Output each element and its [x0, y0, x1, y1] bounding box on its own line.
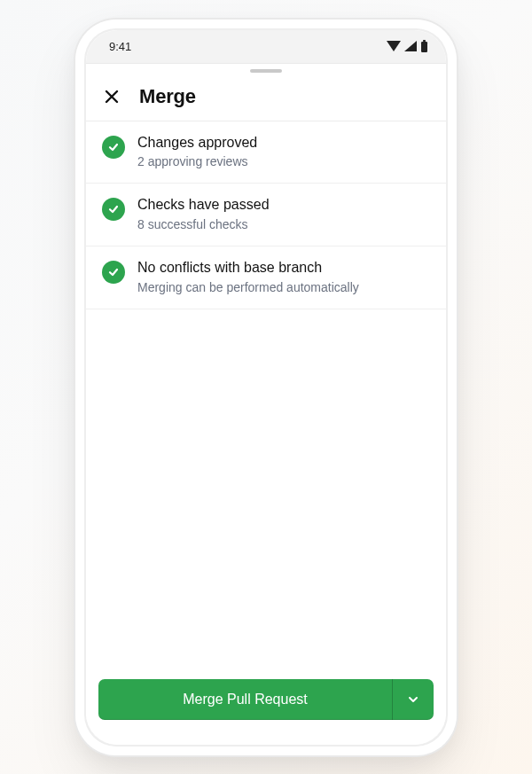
merge-status-list: Changes approved 2 approving reviews Che…	[86, 121, 446, 309]
merge-button-label: Merge Pull Request	[183, 692, 308, 708]
screen: 9:41 Merge Changes approved	[86, 30, 446, 745]
sheet-grabber-area[interactable]	[86, 64, 446, 78]
status-subtitle: Merging can be performed automatically	[137, 279, 430, 296]
status-row-approved[interactable]: Changes approved 2 approving reviews	[86, 121, 446, 184]
sheet-grabber	[250, 69, 282, 73]
close-icon	[104, 89, 120, 105]
status-text: Changes approved 2 approving reviews	[137, 134, 430, 171]
page-title: Merge	[139, 85, 196, 108]
status-icons	[387, 40, 428, 52]
check-circle-icon	[102, 136, 125, 159]
check-circle-icon	[102, 261, 125, 284]
svg-rect-0	[421, 42, 427, 52]
status-bar: 9:41	[86, 30, 446, 64]
svg-rect-1	[423, 40, 426, 42]
status-row-conflicts[interactable]: No conflicts with base branch Merging ca…	[86, 246, 446, 309]
merge-split-button: Merge Pull Request	[98, 679, 434, 720]
wifi-icon	[387, 41, 401, 51]
status-row-checks[interactable]: Checks have passed 8 successful checks	[86, 184, 446, 246]
status-subtitle: 2 approving reviews	[137, 153, 430, 170]
status-text: Checks have passed 8 successful checks	[137, 196, 430, 233]
status-time: 9:41	[109, 40, 131, 53]
status-title: No conflicts with base branch	[137, 259, 430, 278]
sheet-header: Merge	[86, 78, 446, 121]
chevron-down-icon	[407, 693, 419, 706]
close-button[interactable]	[100, 85, 123, 108]
cellular-icon	[404, 41, 417, 51]
merge-options-button[interactable]	[393, 679, 434, 720]
status-title: Checks have passed	[137, 196, 430, 215]
status-text: No conflicts with base branch Merging ca…	[137, 259, 430, 296]
check-circle-icon	[102, 198, 125, 221]
status-subtitle: 8 successful checks	[137, 216, 430, 233]
content-spacer	[86, 309, 446, 668]
status-title: Changes approved	[137, 134, 430, 152]
battery-icon	[420, 40, 428, 52]
footer: Merge Pull Request	[86, 668, 446, 745]
merge-pull-request-button[interactable]: Merge Pull Request	[98, 679, 393, 720]
phone-frame: 9:41 Merge Changes approved	[75, 20, 457, 755]
